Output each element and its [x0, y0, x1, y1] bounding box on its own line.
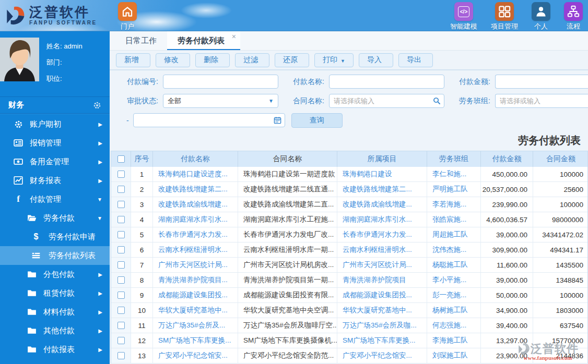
labor-team-link[interactable]: 李仁和施... [427, 167, 481, 181]
row-checkbox[interactable] [117, 292, 125, 299]
sidebar-menu-item[interactable]: f 收款管理 ▶ [0, 359, 110, 364]
toolbar-button[interactable]: 打印 ▼ [314, 53, 354, 67]
labor-team-link[interactable]: 李海施工队 [427, 333, 481, 348]
project-link[interactable]: SM广场地下车库更换... [337, 333, 427, 348]
payment-name-link[interactable]: 华软大厦研究基地中... [153, 303, 238, 318]
payment-name-link[interactable]: 云南水利枢纽潜明水... [153, 242, 238, 257]
payment-name-link[interactable]: 湖南洞庭湖水库引水... [153, 212, 238, 227]
app-shortcut[interactable]: 项目管理 [491, 2, 518, 31]
project-link[interactable]: 广州市天河区统计局... [337, 258, 427, 272]
search-icon[interactable] [433, 97, 441, 105]
contract-name-input[interactable] [329, 94, 444, 108]
sidebar-menu-item[interactable]: 财务报表 ▶ [0, 171, 110, 190]
column-header-no[interactable]: 序号 [131, 151, 153, 167]
column-header-amount[interactable]: 付款金额 [481, 151, 533, 167]
sidebar-menu-item[interactable]: 租赁付款 ▶ [0, 284, 110, 302]
date-input[interactable] [133, 113, 285, 127]
project-link[interactable]: 青海洪湖养护院项目 [337, 273, 427, 287]
payment-amount-input[interactable] [495, 75, 588, 89]
portal-button[interactable]: 门户 [116, 2, 139, 31]
labor-team-link[interactable]: 严明施工队 [427, 182, 481, 197]
row-checkbox[interactable] [117, 307, 125, 314]
project-link[interactable]: 万达广场35#会所及咖... [337, 318, 427, 333]
row-checkbox[interactable] [117, 276, 125, 284]
toolbar-button[interactable]: 导入 [359, 53, 393, 67]
row-checkbox[interactable] [117, 171, 125, 178]
column-header-contract-amount[interactable]: 合同金额 [533, 151, 588, 167]
project-link[interactable]: 广安邓小平纪念馆安... [337, 348, 427, 363]
sidebar-menu-item[interactable]: 其他付款 ▶ [0, 321, 110, 340]
payment-name-link[interactable]: 万达广场35#会所及... [153, 318, 238, 333]
row-checkbox[interactable] [117, 246, 125, 253]
sidebar-menu-item[interactable]: 材料付款 ▶ [0, 302, 110, 321]
column-header-payment[interactable]: 付款名称 [153, 151, 238, 167]
project-link[interactable]: 改建铁路成渝线增建... [337, 197, 427, 212]
project-link[interactable]: 改建铁路线增建第二... [337, 182, 427, 197]
app-shortcut[interactable]: 个人 [532, 2, 550, 31]
row-checkbox[interactable] [117, 216, 125, 223]
select-all-checkbox[interactable] [117, 155, 125, 163]
sidebar-menu-item[interactable]: 劳务付款 ▼ [0, 209, 110, 227]
payment-name-link[interactable]: 成都能源建设集团投... [153, 288, 238, 302]
project-link[interactable]: 华软大厦研究基地中... [337, 303, 427, 318]
payment-name-link[interactable]: 长春市伊通河水力发... [153, 227, 238, 242]
sidebar-menu-item[interactable]: 账户期初 ▶ [0, 115, 110, 134]
project-link[interactable]: 湖南洞庭湖水库引水... [337, 212, 427, 227]
row-checkbox[interactable] [117, 261, 125, 269]
payment-name-link[interactable]: 珠海鹤港口建设进度... [153, 167, 238, 181]
app-shortcut[interactable]: 流程 [564, 2, 583, 31]
column-header-contract[interactable]: 合同名称 [238, 151, 337, 167]
search-button[interactable]: 查询 [291, 113, 343, 128]
sidebar-menu-item[interactable]: f 付款管理 ▼ [0, 190, 110, 209]
row-checkbox[interactable] [117, 186, 125, 193]
labor-team-link[interactable]: 杨树施工队 [427, 303, 481, 318]
labor-team-link[interactable]: 刘琛施工队 [427, 348, 481, 363]
labor-team-link[interactable]: 彭一亮施... [427, 288, 481, 302]
sidebar-menu-item[interactable]: 备用金管理 ▶ [0, 152, 110, 171]
project-link[interactable]: 云南水利枢纽潜明水... [337, 242, 427, 257]
sidebar-menu-item[interactable]: 付款报表 ▶ [0, 340, 110, 359]
tab[interactable]: 日常工作 [115, 31, 167, 50]
column-header-team[interactable]: 劳务班组 [427, 151, 481, 167]
toolbar-button[interactable]: 修改 [156, 53, 190, 67]
labor-team-link[interactable]: 李若海施... [427, 197, 481, 212]
labor-team-link[interactable]: 沈伟杰施... [427, 242, 481, 257]
labor-team-link[interactable]: 何志强施... [427, 318, 481, 333]
labor-team-link[interactable]: 杨聪施工队 [427, 258, 481, 272]
row-checkbox[interactable] [117, 231, 125, 238]
row-checkbox[interactable] [117, 352, 125, 359]
project-link[interactable]: 长春市伊通河水力发... [337, 227, 427, 242]
payment-name-link[interactable]: 改建铁路线增建第二... [153, 182, 238, 197]
sidebar-menu-item[interactable]: 劳务付款列表 [0, 246, 110, 265]
approval-status-select[interactable]: 全部 ▼ [163, 94, 278, 108]
payment-name-link[interactable]: 改建铁路成渝线增建... [153, 197, 238, 212]
payment-name-link[interactable]: 广安邓小平纪念馆安... [153, 348, 238, 363]
sidebar-menu-item[interactable]: 分包付款 ▶ [0, 265, 110, 284]
labor-team-input[interactable] [495, 94, 588, 108]
row-checkbox[interactable] [117, 322, 125, 329]
labor-team-link[interactable]: 李小平施... [427, 273, 481, 287]
row-checkbox[interactable] [117, 337, 125, 344]
toolbar-button[interactable]: 新增 [116, 53, 150, 67]
toolbar-button[interactable]: 删除 [195, 53, 230, 67]
payment-name-link[interactable]: 青海洪湖养护院项目... [153, 273, 238, 287]
labor-team-link[interactable]: 周超施工队 [427, 227, 481, 242]
sidebar-menu-item[interactable]: 报销管理 ▶ [0, 134, 110, 152]
gear-icon[interactable] [93, 101, 101, 110]
toolbar-button[interactable]: 过滤 [235, 53, 269, 67]
sidebar-section-finance[interactable]: 财务 [0, 97, 110, 114]
payment-name-link[interactable]: 广州市天河区统计局... [153, 258, 238, 272]
toolbar-button[interactable]: 还原 [275, 53, 309, 67]
labor-team-link[interactable]: 张皓宸施... [427, 212, 481, 227]
payment-name-link[interactable]: SM广场地下车库更换... [153, 333, 238, 348]
sidebar-menu-item[interactable]: $ 劳务付款申请 [0, 227, 110, 246]
row-checkbox[interactable] [117, 201, 125, 208]
close-icon[interactable]: × [232, 33, 236, 40]
project-link[interactable]: 珠海鹤港口建设 [337, 167, 427, 181]
calendar-icon[interactable] [274, 116, 281, 124]
payment-name-input[interactable] [329, 75, 444, 89]
tab[interactable]: 劳务付款列表 × [167, 31, 240, 50]
payment-no-input[interactable] [163, 75, 278, 89]
app-shortcut[interactable]: </> 智能建模 [450, 2, 477, 31]
column-header-project[interactable]: 所属项目 [337, 151, 427, 167]
